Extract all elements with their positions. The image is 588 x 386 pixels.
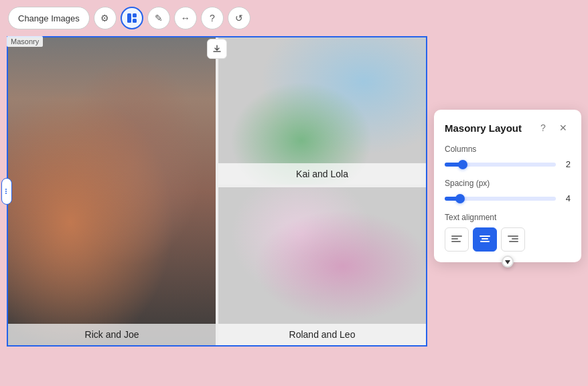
svg-rect-9 <box>480 235 490 237</box>
svg-rect-7 <box>451 238 458 239</box>
masonry-layout-panel: Masonry Layout ? ✕ Columns 2 Spacing ( <box>434 110 581 262</box>
refresh-button[interactable]: ↺ <box>228 7 250 29</box>
svg-point-4 <box>5 191 7 192</box>
columns-value: 2 <box>561 159 571 169</box>
cursor-indicator <box>502 256 514 268</box>
grid-item-kai-lola[interactable]: Kai and Lola <box>218 37 426 185</box>
canvas-area: Masonry Rick and Joe Kai and <box>7 36 581 348</box>
spacing-slider-row: 4 <box>445 193 571 203</box>
help-button[interactable]: ? <box>201 7 224 29</box>
panel-help-button[interactable]: ? <box>536 120 550 135</box>
grid-item-rick-joe[interactable]: Rick and Joe <box>8 37 216 345</box>
caption-kai-lola: Kai and Lola <box>218 163 426 185</box>
change-images-button[interactable]: Change Images <box>8 7 90 29</box>
flip-button[interactable]: ↔ <box>174 7 197 29</box>
image-rick-joe <box>8 37 216 345</box>
caption-roland-leo: Roland and Leo <box>218 324 426 345</box>
spacing-thumb[interactable] <box>455 194 465 203</box>
spacing-section: Spacing (px) 4 <box>445 179 571 203</box>
align-center-button[interactable] <box>473 227 497 252</box>
image-kai-lola <box>218 37 426 185</box>
svg-point-5 <box>5 193 7 194</box>
cursor-arrow-icon <box>505 260 510 264</box>
svg-rect-10 <box>482 238 488 239</box>
resize-handle[interactable] <box>1 178 12 205</box>
svg-rect-2 <box>133 19 137 23</box>
align-buttons <box>445 227 571 252</box>
layout-icon <box>127 13 137 23</box>
image-roland-leo <box>218 187 426 345</box>
handle-icon <box>5 187 9 196</box>
panel-close-button[interactable]: ✕ <box>556 120 571 135</box>
align-right-icon <box>508 235 518 244</box>
download-button[interactable] <box>207 39 227 59</box>
svg-rect-12 <box>508 235 518 237</box>
columns-section: Columns 2 <box>445 144 571 169</box>
align-center-icon <box>480 235 490 244</box>
masonry-label: Masonry <box>7 36 43 47</box>
caption-rick-joe: Rick and Joe <box>8 324 216 345</box>
download-icon <box>212 44 222 54</box>
text-alignment-label: Text alignment <box>445 213 571 222</box>
align-left-button[interactable] <box>445 227 469 252</box>
columns-thumb[interactable] <box>458 160 467 169</box>
svg-rect-11 <box>480 241 490 242</box>
columns-label: Columns <box>445 144 571 154</box>
svg-rect-0 <box>127 13 131 23</box>
text-alignment-section: Text alignment <box>445 213 571 252</box>
edit-button[interactable]: ✎ <box>147 7 170 29</box>
align-left-icon <box>451 235 462 244</box>
svg-rect-8 <box>451 241 461 242</box>
columns-slider[interactable] <box>445 163 556 167</box>
spacing-value: 4 <box>561 193 571 203</box>
panel-title: Masonry Layout <box>445 122 522 134</box>
settings-button[interactable]: ⚙ <box>94 7 117 29</box>
svg-rect-14 <box>509 241 518 242</box>
columns-slider-row: 2 <box>445 159 571 169</box>
spacing-track <box>445 197 556 201</box>
layout-button[interactable] <box>121 7 143 29</box>
svg-rect-13 <box>512 238 518 239</box>
masonry-grid: Rick and Joe Kai and Lola Roland and Leo <box>7 36 427 347</box>
toolbar: Change Images ⚙ ✎ ↔ ? ↺ <box>0 0 588 36</box>
panel-header-actions: ? ✕ <box>536 120 571 135</box>
spacing-label: Spacing (px) <box>445 179 571 188</box>
grid-item-roland-leo[interactable]: Roland and Leo <box>218 187 426 345</box>
svg-rect-6 <box>451 235 462 237</box>
svg-point-3 <box>5 189 7 190</box>
panel-header: Masonry Layout ? ✕ <box>445 120 571 135</box>
spacing-slider[interactable] <box>445 197 556 201</box>
columns-track <box>445 163 556 167</box>
align-right-button[interactable] <box>501 227 525 252</box>
svg-rect-1 <box>133 13 137 17</box>
